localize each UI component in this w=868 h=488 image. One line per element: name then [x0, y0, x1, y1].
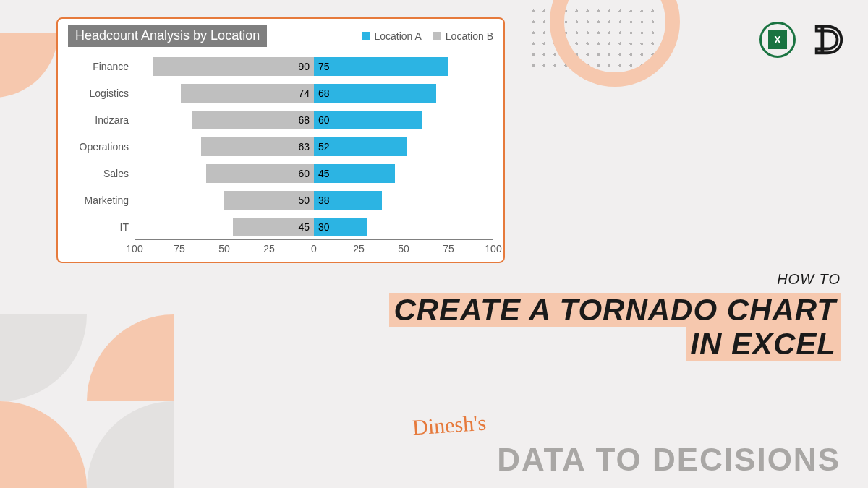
- bar-value-a: 75: [318, 61, 330, 72]
- title-line-1: CREATE A TORNADO CHART: [389, 293, 841, 327]
- x-tick: 25: [263, 243, 275, 254]
- legend-item-b: Location B: [433, 30, 493, 42]
- chart-row: 6860: [135, 106, 493, 133]
- excel-glyph: X: [768, 30, 787, 49]
- legend-label-a: Location A: [374, 30, 421, 42]
- bar-location-b: 90: [153, 57, 314, 76]
- bar-value-b: 50: [298, 194, 310, 206]
- legend-swatch-a: [362, 32, 370, 40]
- legend-label-b: Location B: [446, 30, 493, 42]
- x-tick: 75: [174, 243, 185, 254]
- x-tick: 50: [218, 243, 230, 254]
- brand-dd-icon: [810, 22, 846, 58]
- bar-location-a: 45: [314, 164, 395, 183]
- x-tick: 100: [126, 243, 142, 254]
- bar-location-a: 52: [314, 137, 407, 156]
- bar-location-a: 68: [314, 84, 436, 103]
- category-label: Operations: [68, 133, 135, 160]
- chart-title: Headcount Analysis by Location: [68, 25, 267, 47]
- chart-row: 6045: [135, 160, 493, 187]
- chart-row: 4530: [135, 213, 493, 240]
- bar-value-b: 68: [298, 114, 310, 126]
- legend-item-a: Location A: [362, 30, 421, 42]
- legend-swatch-b: [433, 32, 441, 40]
- bar-value-b: 63: [298, 141, 310, 153]
- decorative-shape: [87, 401, 174, 488]
- bar-value-b: 45: [298, 221, 310, 233]
- overline-text: HOW TO: [777, 271, 841, 288]
- category-label: Finance: [68, 53, 135, 80]
- chart-row: 9075: [135, 53, 493, 80]
- x-tick: 100: [485, 243, 501, 254]
- bar-location-b: 45: [233, 218, 314, 236]
- bar-location-b: 68: [192, 111, 314, 129]
- bar-value-a: 68: [318, 87, 330, 99]
- main-title: CREATE A TORNADO CHART IN EXCEL: [389, 293, 841, 361]
- chart-header: Headcount Analysis by Location Location …: [68, 25, 493, 47]
- bar-location-b: 63: [201, 137, 314, 156]
- tornado-chart: Headcount Analysis by Location Location …: [56, 17, 505, 263]
- chart-row: 5038: [135, 187, 493, 213]
- bar-location-a: 38: [314, 191, 382, 210]
- x-tick: 25: [353, 243, 365, 254]
- bar-value-a: 52: [318, 141, 330, 153]
- x-tick: 50: [398, 243, 409, 254]
- x-axis: 1007550250255075100: [135, 240, 493, 256]
- bar-value-b: 74: [298, 87, 310, 99]
- bar-value-a: 30: [318, 221, 330, 233]
- category-label: Marketing: [68, 187, 135, 213]
- footer-title: DATA TO DECISIONS: [497, 442, 841, 478]
- category-label: IT: [68, 213, 135, 240]
- category-label: Indzara: [68, 106, 135, 133]
- x-tick: 75: [443, 243, 454, 254]
- chart-row: 6352: [135, 133, 493, 160]
- chart-plot: 9075746868606352604550384530: [135, 53, 493, 240]
- decorative-ring: [550, 0, 680, 87]
- chart-row: 7468: [135, 80, 493, 106]
- decorative-shape: [0, 314, 87, 401]
- decorative-shape: [87, 314, 174, 401]
- logo-group: X: [760, 22, 846, 58]
- bar-value-a: 45: [318, 168, 330, 179]
- category-label: Logistics: [68, 80, 135, 106]
- bar-value-b: 60: [298, 168, 310, 179]
- chart-body: FinanceLogisticsIndzaraOperationsSalesMa…: [68, 53, 493, 240]
- bar-location-b: 50: [224, 191, 314, 210]
- signature-text: Dinesh's: [412, 410, 487, 440]
- bar-value-a: 60: [318, 114, 330, 126]
- bar-value-a: 38: [318, 194, 330, 206]
- bar-value-b: 90: [298, 61, 310, 72]
- decorative-shape: [0, 33, 58, 98]
- x-tick: 0: [311, 243, 317, 254]
- bar-location-a: 60: [314, 111, 422, 129]
- bar-location-a: 75: [314, 57, 448, 76]
- title-line-2: IN EXCEL: [686, 327, 841, 361]
- bar-location-b: 74: [181, 84, 314, 103]
- category-label: Sales: [68, 160, 135, 187]
- decorative-shape: [0, 401, 87, 488]
- svg-rect-0: [820, 27, 824, 53]
- bar-location-b: 60: [206, 164, 314, 183]
- category-labels: FinanceLogisticsIndzaraOperationsSalesMa…: [68, 53, 135, 240]
- chart-legend: Location A Location B: [362, 30, 493, 42]
- excel-icon: X: [760, 22, 796, 58]
- bar-location-a: 30: [314, 218, 367, 236]
